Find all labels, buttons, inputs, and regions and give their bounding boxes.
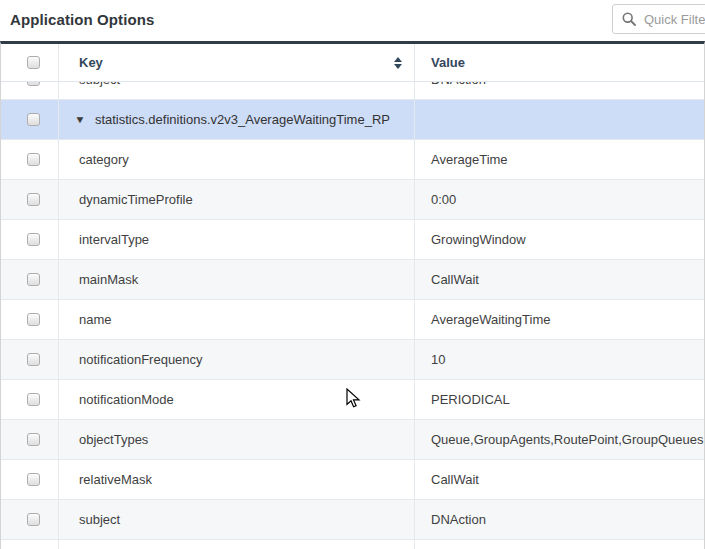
header-key-cell[interactable]: Key: [59, 44, 415, 81]
select-all-checkbox[interactable]: [27, 56, 40, 69]
option-key: subject: [79, 512, 120, 527]
row-checkbox[interactable]: [27, 82, 40, 86]
option-value: GrowingWindow: [431, 232, 526, 247]
option-value: Queue,GroupAgents,RoutePoint,GroupQueues: [431, 432, 703, 447]
option-key: relativeMask: [79, 472, 152, 487]
row-checkbox[interactable]: [27, 233, 40, 246]
option-key: mainMask: [79, 272, 138, 287]
sort-icon[interactable]: [394, 57, 402, 69]
application-options-panel: Application Options Quick Filter Key Va: [0, 0, 705, 549]
row-checkbox[interactable]: [27, 313, 40, 326]
option-value: CallWait: [431, 272, 479, 287]
group-label: statistics.definitions.v2v3_AverageWaiti…: [95, 112, 390, 127]
row-checkbox[interactable]: [27, 113, 40, 126]
option-value: CallWait: [431, 472, 479, 487]
group-row-statistics-definitions[interactable]: ▼ statistics.definitions.v2v3_AverageWai…: [1, 100, 704, 140]
table-row-name[interactable]: name AverageWaitingTime: [1, 300, 704, 340]
options-table: Key Value subject DNAction ▼ stati: [0, 41, 705, 549]
row-checkbox[interactable]: [27, 273, 40, 286]
table-row-intervalType[interactable]: intervalType GrowingWindow: [1, 220, 704, 260]
option-key: name: [79, 312, 112, 327]
column-header-key: Key: [79, 55, 103, 70]
table-row-next-partial[interactable]: [1, 540, 704, 549]
option-key: dynamicTimeProfile: [79, 192, 193, 207]
row-checkbox[interactable]: [27, 153, 40, 166]
option-key: intervalType: [79, 232, 149, 247]
topbar: Application Options Quick Filter: [0, 0, 705, 41]
table-row-relativeMask[interactable]: relativeMask CallWait: [1, 460, 704, 500]
table-row-notificationFrequency[interactable]: notificationFrequency 10: [1, 340, 704, 380]
table-row-category[interactable]: category AverageTime: [1, 140, 704, 180]
option-key: notificationMode: [79, 392, 174, 407]
collapse-caret-icon[interactable]: ▼: [74, 114, 85, 125]
table-row-mainMask[interactable]: mainMask CallWait: [1, 260, 704, 300]
table-body: subject DNAction ▼ statistics.definition…: [1, 82, 704, 549]
row-checkbox[interactable]: [27, 433, 40, 446]
option-value: 10: [431, 352, 445, 367]
row-checkbox[interactable]: [27, 473, 40, 486]
option-value: AverageWaitingTime: [431, 312, 550, 327]
option-key: notificationFrequency: [79, 352, 203, 367]
option-value: DNAction: [431, 82, 486, 87]
option-value: PERIODICAL: [431, 392, 510, 407]
column-header-value: Value: [431, 55, 465, 70]
table-row-subject-partial[interactable]: subject DNAction: [1, 82, 704, 100]
row-checkbox[interactable]: [27, 353, 40, 366]
option-key: subject: [79, 82, 120, 87]
sort-asc-icon: [394, 57, 402, 62]
row-checkbox[interactable]: [27, 513, 40, 526]
row-checkbox[interactable]: [27, 393, 40, 406]
table-header-row: Key Value: [1, 44, 704, 82]
row-checkbox[interactable]: [27, 193, 40, 206]
option-key: objectTypes: [79, 432, 148, 447]
option-value: 0:00: [431, 192, 456, 207]
header-value-cell[interactable]: Value: [415, 44, 704, 81]
header-checkbox-cell: [1, 44, 59, 81]
option-value: AverageTime: [431, 152, 508, 167]
quick-filter-placeholder: Quick Filter: [644, 12, 705, 27]
page-title: Application Options: [10, 11, 154, 28]
table-row-subject[interactable]: subject DNAction: [1, 500, 704, 540]
table-row-notificationMode[interactable]: notificationMode PERIODICAL: [1, 380, 704, 420]
search-icon: [622, 12, 636, 26]
option-key: category: [79, 152, 129, 167]
table-row-objectTypes[interactable]: objectTypes Queue,GroupAgents,RoutePoint…: [1, 420, 704, 460]
sort-desc-icon: [394, 64, 402, 69]
table-row-dynamicTimeProfile[interactable]: dynamicTimeProfile 0:00: [1, 180, 704, 220]
quick-filter-box[interactable]: Quick Filter: [612, 4, 705, 34]
option-value: DNAction: [431, 512, 486, 527]
